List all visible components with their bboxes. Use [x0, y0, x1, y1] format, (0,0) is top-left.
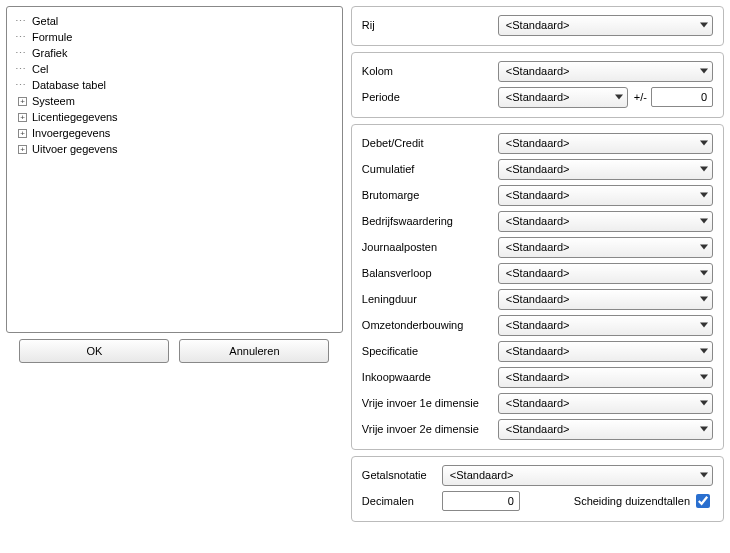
decimalen-label: Decimalen: [362, 495, 442, 507]
chevron-down-icon: [700, 427, 708, 432]
tree-connector: ⋯: [15, 61, 27, 77]
bedrijfswaardering-label: Bedrijfswaardering: [362, 215, 498, 227]
chevron-down-icon: [700, 323, 708, 328]
tree-item[interactable]: ⋯ Getal: [15, 13, 334, 29]
chevron-down-icon: [700, 401, 708, 406]
bedrijfswaardering-combo[interactable]: <Standaard>: [498, 211, 713, 232]
specificatie-label: Specificatie: [362, 345, 498, 357]
vrije1-combo[interactable]: <Standaard>: [498, 393, 713, 414]
leningduur-label: Leningduur: [362, 293, 498, 305]
tree-connector: ⋯: [15, 29, 27, 45]
rij-combo-value: <Standaard>: [506, 19, 570, 31]
tree-item[interactable]: ⋯ Database tabel: [15, 77, 334, 93]
inkoopwaarde-combo[interactable]: <Standaard>: [498, 367, 713, 388]
debetcredit-label: Debet/Credit: [362, 137, 498, 149]
rij-label: Rij: [362, 19, 498, 31]
group-getalsnotatie: Getalsnotatie <Standaard> Decimalen Sche…: [351, 456, 724, 522]
tree-item-label: Getal: [32, 13, 58, 29]
expand-icon[interactable]: +: [18, 145, 27, 154]
tree-item[interactable]: + Invoergegevens: [15, 125, 334, 141]
periode-label: Periode: [362, 91, 498, 103]
vrije2-combo[interactable]: <Standaard>: [498, 419, 713, 440]
chevron-down-icon: [700, 141, 708, 146]
balansverloop-combo[interactable]: <Standaard>: [498, 263, 713, 284]
balansverloop-label: Balansverloop: [362, 267, 498, 279]
chevron-down-icon: [700, 375, 708, 380]
tree-item-label: Formule: [32, 29, 72, 45]
tree-connector: ⋯: [15, 77, 27, 93]
expand-icon[interactable]: +: [18, 129, 27, 138]
tree-item[interactable]: + Licentiegegevens: [15, 109, 334, 125]
group-main-settings: Debet/Credit <Standaard> Cumulatief <Sta…: [351, 124, 724, 450]
tree-item-label: Systeem: [32, 93, 75, 109]
periode-plusminus-label: +/-: [634, 91, 647, 103]
getalsnotatie-label: Getalsnotatie: [362, 469, 442, 481]
periode-combo-value: <Standaard>: [506, 91, 570, 103]
leningduur-combo[interactable]: <Standaard>: [498, 289, 713, 310]
debetcredit-combo[interactable]: <Standaard>: [498, 133, 713, 154]
ok-button[interactable]: OK: [19, 339, 169, 363]
chevron-down-icon: [615, 95, 623, 100]
tree-item-label: Uitvoer gegevens: [32, 141, 118, 157]
chevron-down-icon: [700, 167, 708, 172]
chevron-down-icon: [700, 219, 708, 224]
scheiding-label: Scheiding duizendtallen: [574, 495, 690, 507]
kolom-combo[interactable]: <Standaard>: [498, 61, 713, 82]
expand-icon[interactable]: +: [18, 97, 27, 106]
tree-item-label: Invoergegevens: [32, 125, 110, 141]
tree-item[interactable]: + Systeem: [15, 93, 334, 109]
expand-icon[interactable]: +: [18, 113, 27, 122]
tree-connector: ⋯: [15, 45, 27, 61]
specificatie-combo[interactable]: <Standaard>: [498, 341, 713, 362]
brutomarge-label: Brutomarge: [362, 189, 498, 201]
tree-item[interactable]: ⋯ Cel: [15, 61, 334, 77]
vrije1-label: Vrije invoer 1e dimensie: [362, 397, 498, 409]
omzetonderbouwing-label: Omzetonderbouwing: [362, 319, 498, 331]
tree-item[interactable]: ⋯ Formule: [15, 29, 334, 45]
chevron-down-icon: [700, 271, 708, 276]
chevron-down-icon: [700, 23, 708, 28]
cumulatief-combo[interactable]: <Standaard>: [498, 159, 713, 180]
tree-item-label: Database tabel: [32, 77, 106, 93]
tree-connector: ⋯: [15, 13, 27, 29]
tree-item[interactable]: ⋯ Grafiek: [15, 45, 334, 61]
cumulatief-label: Cumulatief: [362, 163, 498, 175]
kolom-label: Kolom: [362, 65, 498, 77]
cancel-button[interactable]: Annuleren: [179, 339, 329, 363]
brutomarge-combo[interactable]: <Standaard>: [498, 185, 713, 206]
kolom-combo-value: <Standaard>: [506, 65, 570, 77]
chevron-down-icon: [700, 69, 708, 74]
decimalen-input[interactable]: [442, 491, 520, 511]
tree-item[interactable]: + Uitvoer gegevens: [15, 141, 334, 157]
journaalposten-combo[interactable]: <Standaard>: [498, 237, 713, 258]
periode-combo[interactable]: <Standaard>: [498, 87, 628, 108]
group-kolom-periode: Kolom <Standaard> Periode <Standaard> +/…: [351, 52, 724, 118]
chevron-down-icon: [700, 349, 708, 354]
getalsnotatie-combo[interactable]: <Standaard>: [442, 465, 713, 486]
group-rij: Rij <Standaard>: [351, 6, 724, 46]
tree-item-label: Grafiek: [32, 45, 67, 61]
omzetonderbouwing-combo[interactable]: <Standaard>: [498, 315, 713, 336]
inkoopwaarde-label: Inkoopwaarde: [362, 371, 498, 383]
vrije2-label: Vrije invoer 2e dimensie: [362, 423, 498, 435]
chevron-down-icon: [700, 245, 708, 250]
tree-item-label: Cel: [32, 61, 49, 77]
chevron-down-icon: [700, 473, 708, 478]
tree-panel: ⋯ Getal ⋯ Formule ⋯ Grafiek ⋯ Cel ⋯ Data…: [6, 6, 343, 333]
tree-item-label: Licentiegegevens: [32, 109, 118, 125]
chevron-down-icon: [700, 193, 708, 198]
journaalposten-label: Journaalposten: [362, 241, 498, 253]
periode-offset-input[interactable]: [651, 87, 713, 107]
chevron-down-icon: [700, 297, 708, 302]
scheiding-checkbox[interactable]: [696, 494, 710, 508]
rij-combo[interactable]: <Standaard>: [498, 15, 713, 36]
